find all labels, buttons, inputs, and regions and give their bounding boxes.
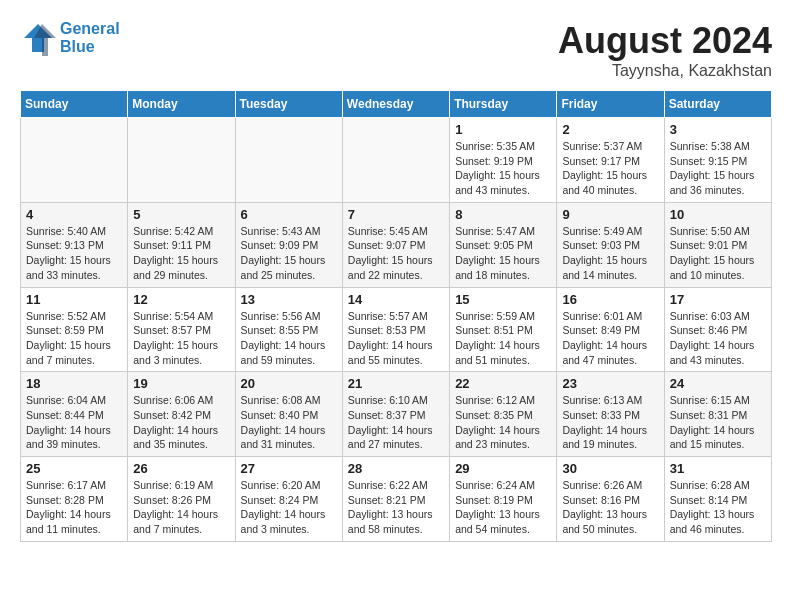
day-number: 19: [133, 376, 229, 391]
weekday-header-row: SundayMondayTuesdayWednesdayThursdayFrid…: [21, 91, 772, 118]
day-info: Sunrise: 5:54 AMSunset: 8:57 PMDaylight:…: [133, 309, 229, 368]
day-number: 7: [348, 207, 444, 222]
calendar-cell: [342, 118, 449, 203]
calendar-cell: 17Sunrise: 6:03 AMSunset: 8:46 PMDayligh…: [664, 287, 771, 372]
month-year: August 2024: [558, 20, 772, 62]
calendar-cell: 13Sunrise: 5:56 AMSunset: 8:55 PMDayligh…: [235, 287, 342, 372]
day-number: 6: [241, 207, 337, 222]
weekday-header-tuesday: Tuesday: [235, 91, 342, 118]
day-number: 30: [562, 461, 658, 476]
day-number: 14: [348, 292, 444, 307]
day-info: Sunrise: 5:56 AMSunset: 8:55 PMDaylight:…: [241, 309, 337, 368]
day-number: 20: [241, 376, 337, 391]
day-info: Sunrise: 6:20 AMSunset: 8:24 PMDaylight:…: [241, 478, 337, 537]
calendar-cell: 16Sunrise: 6:01 AMSunset: 8:49 PMDayligh…: [557, 287, 664, 372]
day-info: Sunrise: 5:40 AMSunset: 9:13 PMDaylight:…: [26, 224, 122, 283]
weekday-header-monday: Monday: [128, 91, 235, 118]
calendar-cell: 9Sunrise: 5:49 AMSunset: 9:03 PMDaylight…: [557, 202, 664, 287]
day-info: Sunrise: 5:57 AMSunset: 8:53 PMDaylight:…: [348, 309, 444, 368]
day-info: Sunrise: 6:01 AMSunset: 8:49 PMDaylight:…: [562, 309, 658, 368]
calendar-cell: 3Sunrise: 5:38 AMSunset: 9:15 PMDaylight…: [664, 118, 771, 203]
weekday-header-sunday: Sunday: [21, 91, 128, 118]
day-number: 22: [455, 376, 551, 391]
day-info: Sunrise: 5:45 AMSunset: 9:07 PMDaylight:…: [348, 224, 444, 283]
calendar-cell: [235, 118, 342, 203]
day-info: Sunrise: 5:43 AMSunset: 9:09 PMDaylight:…: [241, 224, 337, 283]
page-header: General Blue August 2024 Tayynsha, Kazak…: [20, 20, 772, 80]
day-number: 4: [26, 207, 122, 222]
day-info: Sunrise: 5:35 AMSunset: 9:19 PMDaylight:…: [455, 139, 551, 198]
day-number: 29: [455, 461, 551, 476]
day-info: Sunrise: 5:52 AMSunset: 8:59 PMDaylight:…: [26, 309, 122, 368]
day-number: 24: [670, 376, 766, 391]
calendar-cell: 10Sunrise: 5:50 AMSunset: 9:01 PMDayligh…: [664, 202, 771, 287]
day-info: Sunrise: 6:04 AMSunset: 8:44 PMDaylight:…: [26, 393, 122, 452]
day-info: Sunrise: 6:17 AMSunset: 8:28 PMDaylight:…: [26, 478, 122, 537]
calendar-cell: 1Sunrise: 5:35 AMSunset: 9:19 PMDaylight…: [450, 118, 557, 203]
day-number: 11: [26, 292, 122, 307]
calendar-cell: [128, 118, 235, 203]
calendar-cell: 15Sunrise: 5:59 AMSunset: 8:51 PMDayligh…: [450, 287, 557, 372]
calendar-week-4: 18Sunrise: 6:04 AMSunset: 8:44 PMDayligh…: [21, 372, 772, 457]
day-info: Sunrise: 5:49 AMSunset: 9:03 PMDaylight:…: [562, 224, 658, 283]
day-number: 12: [133, 292, 229, 307]
day-number: 17: [670, 292, 766, 307]
calendar-cell: 4Sunrise: 5:40 AMSunset: 9:13 PMDaylight…: [21, 202, 128, 287]
day-info: Sunrise: 5:50 AMSunset: 9:01 PMDaylight:…: [670, 224, 766, 283]
day-number: 3: [670, 122, 766, 137]
calendar-cell: 29Sunrise: 6:24 AMSunset: 8:19 PMDayligh…: [450, 457, 557, 542]
day-info: Sunrise: 5:37 AMSunset: 9:17 PMDaylight:…: [562, 139, 658, 198]
logo-text: General Blue: [60, 20, 120, 55]
calendar-cell: 6Sunrise: 5:43 AMSunset: 9:09 PMDaylight…: [235, 202, 342, 287]
calendar-cell: 12Sunrise: 5:54 AMSunset: 8:57 PMDayligh…: [128, 287, 235, 372]
day-info: Sunrise: 6:10 AMSunset: 8:37 PMDaylight:…: [348, 393, 444, 452]
day-info: Sunrise: 6:22 AMSunset: 8:21 PMDaylight:…: [348, 478, 444, 537]
calendar-cell: 21Sunrise: 6:10 AMSunset: 8:37 PMDayligh…: [342, 372, 449, 457]
day-info: Sunrise: 6:08 AMSunset: 8:40 PMDaylight:…: [241, 393, 337, 452]
calendar-cell: 7Sunrise: 5:45 AMSunset: 9:07 PMDaylight…: [342, 202, 449, 287]
calendar-cell: [21, 118, 128, 203]
weekday-header-saturday: Saturday: [664, 91, 771, 118]
calendar-table: SundayMondayTuesdayWednesdayThursdayFrid…: [20, 90, 772, 542]
location: Tayynsha, Kazakhstan: [558, 62, 772, 80]
day-info: Sunrise: 6:03 AMSunset: 8:46 PMDaylight:…: [670, 309, 766, 368]
day-info: Sunrise: 6:06 AMSunset: 8:42 PMDaylight:…: [133, 393, 229, 452]
day-number: 10: [670, 207, 766, 222]
calendar-cell: 5Sunrise: 5:42 AMSunset: 9:11 PMDaylight…: [128, 202, 235, 287]
day-number: 1: [455, 122, 551, 137]
day-number: 5: [133, 207, 229, 222]
weekday-header-friday: Friday: [557, 91, 664, 118]
calendar-cell: 30Sunrise: 6:26 AMSunset: 8:16 PMDayligh…: [557, 457, 664, 542]
logo-icon: [20, 20, 56, 56]
day-number: 18: [26, 376, 122, 391]
calendar-title: August 2024 Tayynsha, Kazakhstan: [558, 20, 772, 80]
calendar-cell: 24Sunrise: 6:15 AMSunset: 8:31 PMDayligh…: [664, 372, 771, 457]
weekday-header-thursday: Thursday: [450, 91, 557, 118]
day-info: Sunrise: 6:15 AMSunset: 8:31 PMDaylight:…: [670, 393, 766, 452]
calendar-cell: 19Sunrise: 6:06 AMSunset: 8:42 PMDayligh…: [128, 372, 235, 457]
calendar-week-3: 11Sunrise: 5:52 AMSunset: 8:59 PMDayligh…: [21, 287, 772, 372]
calendar-cell: 18Sunrise: 6:04 AMSunset: 8:44 PMDayligh…: [21, 372, 128, 457]
day-info: Sunrise: 6:26 AMSunset: 8:16 PMDaylight:…: [562, 478, 658, 537]
day-number: 8: [455, 207, 551, 222]
day-number: 27: [241, 461, 337, 476]
calendar-cell: 28Sunrise: 6:22 AMSunset: 8:21 PMDayligh…: [342, 457, 449, 542]
logo: General Blue: [20, 20, 120, 56]
calendar-cell: 8Sunrise: 5:47 AMSunset: 9:05 PMDaylight…: [450, 202, 557, 287]
calendar-cell: 26Sunrise: 6:19 AMSunset: 8:26 PMDayligh…: [128, 457, 235, 542]
day-info: Sunrise: 5:47 AMSunset: 9:05 PMDaylight:…: [455, 224, 551, 283]
calendar-cell: 23Sunrise: 6:13 AMSunset: 8:33 PMDayligh…: [557, 372, 664, 457]
day-number: 2: [562, 122, 658, 137]
calendar-cell: 11Sunrise: 5:52 AMSunset: 8:59 PMDayligh…: [21, 287, 128, 372]
day-number: 9: [562, 207, 658, 222]
day-info: Sunrise: 5:42 AMSunset: 9:11 PMDaylight:…: [133, 224, 229, 283]
day-number: 13: [241, 292, 337, 307]
weekday-header-wednesday: Wednesday: [342, 91, 449, 118]
day-number: 16: [562, 292, 658, 307]
calendar-cell: 14Sunrise: 5:57 AMSunset: 8:53 PMDayligh…: [342, 287, 449, 372]
day-info: Sunrise: 6:13 AMSunset: 8:33 PMDaylight:…: [562, 393, 658, 452]
calendar-week-5: 25Sunrise: 6:17 AMSunset: 8:28 PMDayligh…: [21, 457, 772, 542]
calendar-cell: 27Sunrise: 6:20 AMSunset: 8:24 PMDayligh…: [235, 457, 342, 542]
day-info: Sunrise: 5:59 AMSunset: 8:51 PMDaylight:…: [455, 309, 551, 368]
day-number: 15: [455, 292, 551, 307]
